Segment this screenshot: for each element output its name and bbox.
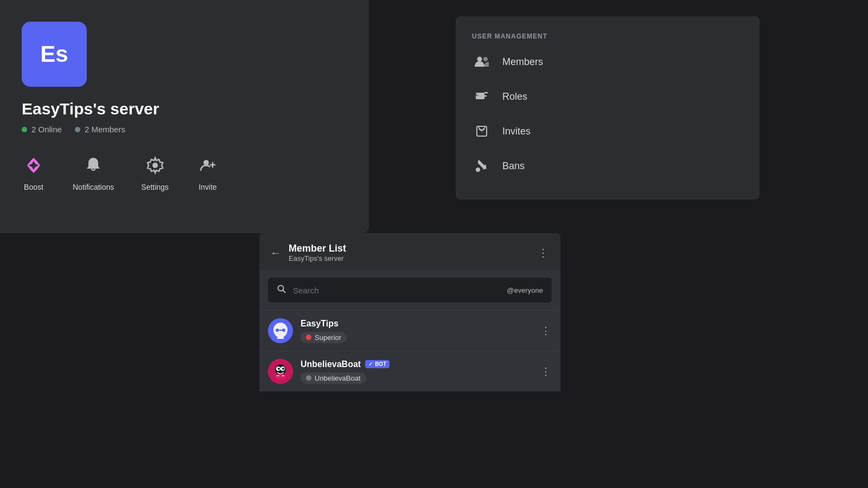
avatar-easytips	[268, 318, 293, 343]
bot-label: BOT	[375, 361, 386, 367]
settings-action[interactable]: Settings	[141, 153, 169, 191]
menu-item-members[interactable]: Members	[467, 44, 749, 79]
member-list-header: ← Member List EasyTips's server ⋮	[259, 233, 560, 270]
members-label: Members	[502, 56, 543, 68]
back-button[interactable]: ←	[270, 247, 281, 259]
member-dot	[75, 127, 80, 132]
server-actions: Boost Notifications Settings	[22, 153, 347, 191]
bans-label: Bans	[502, 160, 525, 172]
member-info-unbelieva: UnbelievaBoat ✓ BOT UnbelievaBoat	[301, 359, 533, 384]
svg-point-12	[476, 168, 480, 172]
member-row-unbelieva[interactable]: UnbelievaBoat ✓ BOT UnbelievaBoat ⋮	[259, 351, 560, 391]
bot-badge: ✓ BOT	[365, 360, 390, 368]
online-stat: 2 Online	[22, 125, 62, 134]
server-icon: Es	[22, 22, 87, 87]
svg-line-11	[482, 126, 486, 131]
member-info-easytips: EasyTips Superior	[301, 319, 533, 343]
member-role-easytips: Superior	[301, 332, 347, 343]
member-row-easytips[interactable]: EasyTips Superior ⋮	[259, 310, 560, 351]
svg-point-0	[152, 163, 158, 168]
header-left: ← Member List EasyTips's server	[270, 243, 346, 262]
svg-line-10	[478, 126, 482, 131]
notifications-action[interactable]: Notifications	[73, 153, 114, 191]
boost-label: Boost	[24, 183, 43, 191]
menu-item-roles[interactable]: Roles	[467, 79, 749, 114]
online-dot	[22, 127, 27, 132]
gear-icon	[143, 153, 167, 177]
invites-label: Invites	[502, 126, 531, 137]
svg-rect-26	[282, 375, 284, 376]
svg-point-1	[203, 160, 209, 165]
avatar-unbelieva	[268, 359, 293, 384]
members-icon	[472, 52, 492, 72]
server-stats: 2 Online 2 Members	[22, 125, 347, 134]
svg-rect-25	[277, 375, 279, 376]
search-icon	[277, 284, 286, 296]
svg-point-4	[477, 57, 482, 62]
member-name-easytips: EasyTips	[301, 319, 339, 329]
server-icon-text: Es	[40, 41, 68, 67]
role-dot-red	[306, 335, 311, 340]
svg-point-5	[483, 57, 488, 61]
menu-item-bans[interactable]: Bans	[467, 149, 749, 183]
search-input[interactable]: Search	[293, 286, 500, 295]
roles-label: Roles	[502, 91, 527, 102]
member-more-unbelieva[interactable]: ⋮	[541, 365, 552, 377]
menu-item-invites[interactable]: Invites	[467, 114, 749, 149]
roles-icon	[472, 87, 492, 106]
member-more-easytips[interactable]: ⋮	[541, 325, 552, 337]
online-count: 2 Online	[31, 125, 62, 134]
svg-point-22	[278, 368, 280, 370]
invite-label: Invite	[199, 183, 216, 191]
server-name: EasyTips's server	[22, 100, 347, 118]
bans-icon	[472, 156, 492, 176]
member-list-title: Member List	[289, 243, 346, 254]
role-name-unbelieva: UnbelievaBoat	[315, 374, 361, 382]
member-list-subtitle: EasyTips's server	[289, 254, 346, 262]
notifications-label: Notifications	[73, 183, 114, 191]
header-more-button[interactable]: ⋮	[538, 246, 550, 259]
svg-line-14	[283, 290, 285, 293]
member-list-panel: ← Member List EasyTips's server ⋮ Search…	[259, 233, 560, 391]
boost-icon	[22, 153, 46, 177]
search-filter: @everyone	[507, 286, 543, 294]
settings-label: Settings	[141, 183, 169, 191]
invites-icon	[472, 121, 492, 141]
member-stat: 2 Members	[75, 125, 125, 134]
header-title-block: Member List EasyTips's server	[289, 243, 346, 262]
svg-point-23	[282, 368, 284, 370]
boost-action[interactable]: Boost	[22, 153, 46, 191]
role-dot-gray	[306, 375, 311, 381]
member-name-unbelieva: UnbelievaBoat	[301, 359, 361, 369]
member-name-row-unbelieva: UnbelievaBoat ✓ BOT	[301, 359, 533, 369]
svg-rect-24	[275, 374, 286, 380]
invite-action[interactable]: Invite	[196, 153, 220, 191]
role-name-easytips: Superior	[315, 333, 341, 342]
user-management-panel: USER MANAGEMENT Members Roles	[456, 16, 760, 200]
search-bar[interactable]: Search @everyone	[268, 278, 552, 303]
bell-icon	[81, 153, 105, 177]
member-count: 2 Members	[85, 125, 125, 134]
user-management-title: USER MANAGEMENT	[467, 33, 749, 40]
member-role-unbelieva: UnbelievaBoat	[301, 373, 366, 384]
server-overview-panel: Es EasyTips's server 2 Online 2 Members …	[0, 0, 369, 233]
member-name-row-easytips: EasyTips	[301, 319, 533, 329]
invite-icon	[196, 153, 220, 177]
